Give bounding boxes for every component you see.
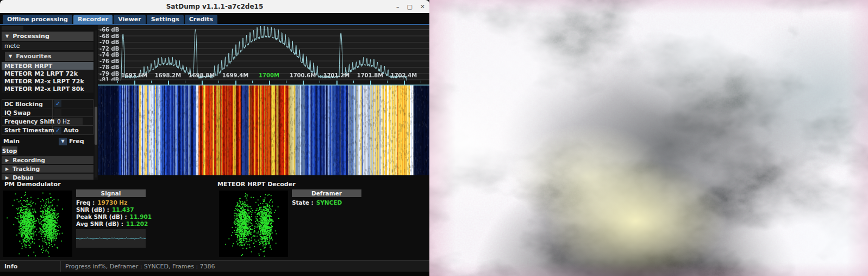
signal-row-snr-db: SNR (dB) :11.437: [76, 206, 146, 213]
section-label: Debug: [13, 174, 33, 180]
setting-row-frequency-shift: Frequency Shift0 Hz: [2, 117, 93, 126]
maximize-icon[interactable]: ▢: [407, 4, 412, 10]
content-row: ▼ Processing ▼ Favourites METEOR HRPTMET…: [0, 25, 429, 180]
waterfall-display: [98, 85, 429, 175]
minimize-icon[interactable]: –: [396, 4, 399, 10]
deframer-state-row: State : SYNCED: [292, 199, 361, 206]
frequency-tick-row: [98, 81, 429, 85]
freq-axis-label: 1698.2M: [154, 72, 182, 78]
db-axis-label: -66 dB: [99, 27, 123, 33]
stop-button[interactable]: Stop: [2, 146, 17, 155]
chevron-down-icon: ▼: [9, 54, 12, 59]
tab-viewer[interactable]: Viewer: [114, 15, 146, 24]
freq-axis-label: 1697.6M: [120, 72, 148, 78]
tab-recorder[interactable]: Recorder: [73, 15, 113, 24]
center-frequency-label: 1700M: [255, 72, 283, 78]
spectrum-plot: -66 dB-68 dB-70 dB-72 dB-74 dB-76 dB-78 …: [98, 25, 429, 81]
unchecked-checkbox-icon[interactable]: [54, 109, 61, 116]
freq-axis-label: 1701.8M: [356, 72, 384, 78]
deframer-state-value: SYNCED: [316, 199, 342, 206]
window-title: SatDump v1.1.1-a7c2de15: [166, 3, 264, 10]
main-label: Main: [3, 138, 20, 145]
setting-row-start-timestamp: Start Timestamp✓Auto: [2, 126, 93, 134]
freq-axis-label: 1700.6M: [289, 72, 317, 78]
db-axis-label: -72 dB: [99, 46, 123, 52]
freq-axis-label: 1698.8M: [188, 72, 216, 78]
source-combo-button[interactable]: ▼: [59, 138, 67, 145]
tab-offline-processing[interactable]: Offline processing: [3, 15, 72, 24]
checked-checkbox-icon[interactable]: ✓: [54, 127, 61, 134]
section-header-recording[interactable]: ▶Recording: [2, 156, 93, 164]
dsp-area: -66 dB-68 dB-70 dB-72 dB-74 dB-76 dB-78 …: [98, 25, 429, 180]
signal-row-peak-snr-db: Peak SNR (dB) :11.901: [76, 213, 146, 220]
window-titlebar[interactable]: SatDump v1.1.1-a7c2de15 – ▢ ✕: [0, 0, 429, 13]
sidebar-scrollbar-thumb[interactable]: [95, 107, 97, 145]
signal-row-avg-snr-db: Avg SNR (dB) :11.202: [76, 220, 146, 227]
window-controls: – ▢ ✕: [396, 0, 425, 13]
setting-row-dc-blocking: DC Blocking✓: [2, 100, 93, 108]
pipeline-search-input[interactable]: [2, 42, 93, 50]
settings-table: DC Blocking✓IQ SwapFrequency Shift0 HzSt…: [2, 99, 93, 135]
demod-constellation-canvas: [3, 191, 72, 257]
satellite-image: [429, 0, 868, 276]
checkbox-text: Auto: [64, 127, 79, 133]
source-combo-label: Freq: [69, 138, 84, 145]
signal-row-value: 11.901: [130, 213, 152, 220]
pm-demodulator-title: PM Demodulator: [4, 181, 61, 188]
favourites-header-label: Favourites: [16, 53, 51, 60]
pipeline-list: METEOR HRPTMETEOR M2 LRPT 72kMETEOR M2-x…: [2, 62, 93, 93]
freq-axis-label: 1702.4M: [390, 72, 418, 78]
deframer-panel-header: Deframer: [292, 189, 361, 197]
setting-value-input[interactable]: 0 Hz: [54, 118, 83, 125]
db-axis-label: -78 dB: [99, 64, 123, 70]
close-icon[interactable]: ✕: [420, 4, 425, 10]
satdump-window: SatDump v1.1.1-a7c2de15 – ▢ ✕ Offline pr…: [0, 0, 429, 276]
db-axis-label: -70 dB: [99, 39, 123, 45]
signal-panel: Signal Freq :19730 HzSNR (dB) :11.437Pea…: [76, 189, 146, 250]
signal-row-label: Peak SNR (dB) :: [76, 213, 127, 220]
sidebar-scrollbar[interactable]: [95, 30, 97, 177]
pipeline-item-meteor-m2-lrpt-72k[interactable]: METEOR M2 LRPT 72k: [2, 70, 93, 77]
sidebar: ▼ Processing ▼ Favourites METEOR HRPTMET…: [0, 25, 98, 180]
chevron-right-icon: ▶: [5, 175, 9, 180]
processing-section-header[interactable]: ▼ Processing: [2, 32, 93, 41]
signal-row-value: 11.437: [112, 206, 134, 213]
checked-checkbox-icon[interactable]: ✓: [54, 100, 61, 107]
signal-row-label: SNR (dB) :: [76, 206, 109, 213]
pipeline-item-meteor-m2-x-lrpt-72k[interactable]: METEOR M2-x LRPT 72k: [2, 77, 93, 85]
tab-settings[interactable]: Settings: [147, 15, 184, 24]
signal-row-value: 11.202: [126, 220, 148, 227]
setting-row-iq-swap: IQ Swap: [2, 108, 93, 117]
section-label: Recording: [13, 157, 45, 163]
signal-rows: Freq :19730 HzSNR (dB) :11.437Peak SNR (…: [76, 199, 146, 227]
freq-axis-label: 1701.2M: [322, 72, 351, 78]
section-header-tracking[interactable]: ▶Tracking: [2, 165, 93, 173]
signal-row-freq: Freq :19730 Hz: [76, 199, 146, 206]
freq-axis-label: 1699.4M: [221, 72, 249, 78]
section-label: Tracking: [13, 165, 40, 172]
status-bar: Info Progress inf%, Deframer : SYNCED, F…: [0, 260, 429, 272]
section-header-debug[interactable]: ▶Debug: [2, 174, 93, 180]
main-source-row: Main ▼ Freq: [3, 137, 93, 145]
window-bottom-strip: [0, 272, 429, 276]
processing-header-label: Processing: [13, 33, 49, 40]
collapsed-sections: ▶Recording▶Tracking▶Debug: [2, 156, 93, 180]
pipeline-item-meteor-m2-x-lrpt-80k[interactable]: METEOR M2-x LRPT 80k: [2, 85, 93, 93]
tab-bar: Offline processingRecorderViewerSettings…: [0, 13, 429, 25]
tab-credits[interactable]: Credits: [185, 15, 217, 24]
setting-label: Start Timestamp: [2, 126, 53, 134]
snr-history-canvas: [76, 229, 146, 248]
demod-decoder-section: PM Demodulator METEOR HRPT Decoder Signa…: [0, 180, 429, 260]
db-axis-label: -68 dB: [99, 33, 123, 39]
signal-row-label: Freq :: [76, 199, 95, 206]
chevron-down-icon: ▼: [5, 34, 9, 39]
setting-label: IQ Swap: [2, 108, 53, 116]
chevron-right-icon: ▶: [5, 167, 9, 171]
screen: SatDump v1.1.1-a7c2de15 – ▢ ✕ Offline pr…: [0, 0, 868, 276]
pipeline-item-meteor-hrpt[interactable]: METEOR HRPT: [2, 62, 93, 70]
status-message: Progress inf%, Deframer : SYNCED, Frames…: [61, 263, 215, 270]
waterfall-canvas[interactable]: [98, 85, 429, 175]
favourites-section-header[interactable]: ▼ Favourites: [5, 52, 93, 61]
signal-panel-header: Signal: [76, 189, 146, 197]
setting-label: DC Blocking: [2, 100, 53, 108]
